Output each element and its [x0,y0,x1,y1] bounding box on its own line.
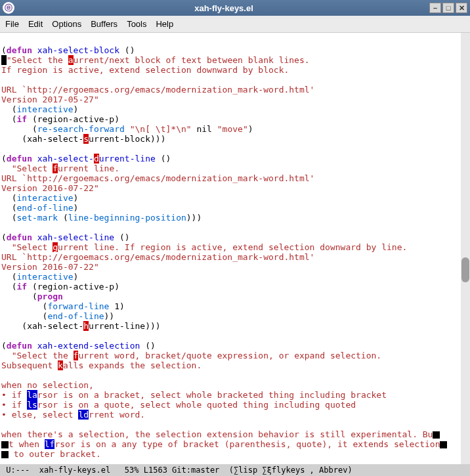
menu-file[interactable]: File [5,19,19,29]
docstring: Subsequent [1,360,58,370]
call: urrent-block [89,134,150,144]
truncation-icon [1,441,9,448]
builtin: end-of-line [16,203,73,213]
hl-ls: ls [27,400,37,410]
hl-g: g [53,242,58,252]
builtin: end-of-line [47,311,104,321]
fn-name: xah-select- [37,154,94,163]
docstring: • if [1,400,27,410]
kw-defun: defun [7,45,32,55]
docstring: rrent word. [89,410,145,420]
docstring: "Select the [7,55,68,65]
docstring: t when [9,439,45,449]
builtin: interactive [16,104,73,114]
window-title: xah-fly-keys.el [18,3,429,13]
docstring: alls expands the selection. [63,360,202,370]
menu-options[interactable]: Options [52,19,81,29]
hl-lf: lf [45,439,55,449]
docstring: "Select the [12,351,74,360]
kw-if: if [16,282,27,292]
call: xah-select- [27,134,83,144]
docstring: urrent word, bracket/quote expression, o… [78,351,381,360]
docstring: to outer bracket. [9,449,101,459]
docstring: If region is active, extend selection do… [1,65,289,75]
hl-la: la [27,390,37,400]
docstring: • else, select [1,410,78,420]
editor-buffer[interactable]: (defun xah-select-block () "Select the a… [0,33,461,464]
menu-help[interactable]: Help [156,19,173,29]
call: urrent-line [89,321,145,331]
call: region-active-p [37,282,114,292]
string: "\n[ \t]*\n" [130,124,192,134]
hl-s: s [83,134,89,144]
call: region-active-p [37,114,114,124]
builtin: set-mark [16,213,58,223]
hl-a: a [68,55,74,65]
fn-name: urrent-line [99,154,156,163]
truncation-icon [433,431,440,439]
editor-wrap: (defun xah-select-block () "Select the a… [0,33,470,464]
string: "move" [217,124,248,134]
builtin: interactive [16,272,73,282]
docstring: rsor is on a bracket, select whole brack… [37,390,387,400]
builtin: re-search-forward [37,124,125,134]
scrollbar-thumb[interactable] [461,257,469,282]
emacs-icon: ⓔ [5,3,12,14]
truncation-icon [1,451,9,458]
hl-k: k [58,360,63,370]
docstring: Version 2017-05-27" [1,95,99,104]
kw-defun: defun [7,232,32,242]
docstring: rsor is on a any type of bracket (parent… [54,439,440,449]
docstring: "Select [12,163,53,173]
scrollbar[interactable] [461,33,470,464]
hl-d: d [94,154,99,163]
kw-defun: defun [7,341,32,351]
call: xah-select- [27,321,83,331]
hl-f: f [53,163,58,173]
titlebar: ⓔ xah-fly-keys.el – □ ✕ [0,0,470,16]
docstring: URL `http://ergoemacs.org/emacs/moderniz… [1,252,314,262]
builtin: forward-line [47,301,109,311]
docstring: urrent line. If region is active, extend… [58,242,407,252]
docstring: when there's a selection, the selection … [1,429,433,439]
kw-defun: defun [7,154,32,163]
kw-if: if [16,114,27,124]
cursor [1,55,7,65]
docstring: rsor is on a quote, select whole quoted … [37,400,356,410]
menubar: File Edit Options Buffers Tools Help [0,16,470,33]
minimize-button[interactable]: – [429,3,441,13]
kw-progn: progn [37,292,63,301]
builtin: interactive [16,193,73,203]
builtin: line-beginning-position [68,213,186,223]
nil: nil [196,124,211,134]
docstring: "Select [12,242,53,252]
hl-h: h [83,321,89,331]
docstring: URL `http://ergoemacs.org/emacs/moderniz… [1,85,314,95]
maximize-button[interactable]: □ [442,3,454,13]
hl-ld: ld [78,410,89,420]
fn-name: xah-select-block [37,45,119,55]
num: 1 [114,301,119,311]
docstring: Version 2016-07-22" [1,183,99,193]
docstring: when no selection, [1,380,94,390]
docstring: urrent/next block of text between blank … [74,55,310,65]
docstring: URL `http://ergoemacs.org/emacs/moderniz… [1,173,314,183]
close-button[interactable]: ✕ [456,3,467,13]
modeline-text: U:--- xah-fly-keys.el 53% L1563 Git:mast… [1,465,352,475]
docstring: urrent line. [58,163,119,173]
modeline: U:--- xah-fly-keys.el 53% L1563 Git:mast… [0,464,470,476]
truncation-icon [440,441,447,448]
fn-name: xah-extend-selection [37,341,140,351]
app-icon: ⓔ [3,2,14,14]
docstring: • if [1,390,27,400]
fn-name: xah-select-line [37,232,114,242]
docstring: Version 2016-07-22" [1,262,99,272]
menu-edit[interactable]: Edit [28,19,43,29]
window-buttons: – □ ✕ [429,3,467,13]
menu-buffers[interactable]: Buffers [91,19,117,29]
menu-tools[interactable]: Tools [127,19,146,29]
